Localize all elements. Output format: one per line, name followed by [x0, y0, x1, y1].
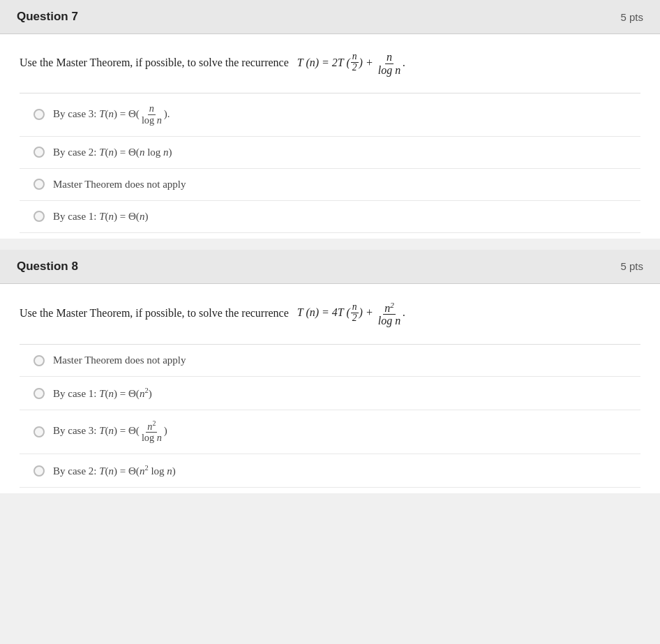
q7-math: T (n) = 2T (n2) + nlog n.	[297, 57, 405, 68]
q7-radio-2[interactable]	[33, 147, 45, 158]
q8-option-1-label: Master Theorem does not apply	[53, 354, 186, 366]
q7-option-4-label: By case 1: T(n) = Θ(n)	[53, 211, 148, 223]
q8-option-3-label: By case 3: T(n) = Θ(n2log n)	[53, 420, 167, 444]
q8-option-1[interactable]: Master Theorem does not apply	[20, 345, 640, 377]
question-7-block: Question 7 5 pts Use the Master Theorem,…	[0, 0, 660, 239]
question-7-options: By case 3: T(n) = Θ(nlog n). By case 2: …	[20, 93, 640, 232]
q7-radio-1[interactable]	[33, 109, 45, 120]
q7-option-3[interactable]: Master Theorem does not apply	[20, 169, 640, 201]
q7-option-2-label: By case 2: T(n) = Θ(n log n)	[53, 147, 172, 158]
question-8-header: Question 8 5 pts	[0, 250, 660, 284]
question-7-body: Use the Master Theorem, if possible, to …	[0, 34, 660, 239]
page: Question 7 5 pts Use the Master Theorem,…	[0, 0, 660, 493]
question-7-title: Question 7	[17, 10, 78, 24]
question-8-block: Question 8 5 pts Use the Master Theorem,…	[0, 250, 660, 494]
q8-problem-prefix: Use the Master Theorem, if possible, to …	[20, 306, 289, 318]
q7-radio-4[interactable]	[33, 211, 45, 222]
q8-option-4[interactable]: By case 2: T(n) = Θ(n2 log n)	[20, 454, 640, 488]
question-8-body: Use the Master Theorem, if possible, to …	[0, 284, 660, 494]
q8-radio-4[interactable]	[33, 465, 45, 477]
q8-option-3[interactable]: By case 3: T(n) = Θ(n2log n)	[20, 410, 640, 454]
q8-radio-1[interactable]	[33, 355, 45, 366]
q8-radio-2[interactable]	[33, 388, 45, 399]
question-7-pts: 5 pts	[620, 11, 643, 23]
q8-radio-3[interactable]	[33, 426, 45, 437]
question-7-header: Question 7 5 pts	[0, 0, 660, 34]
q7-option-1[interactable]: By case 3: T(n) = Θ(nlog n).	[20, 93, 640, 136]
q8-option-2-label: By case 1: T(n) = Θ(n2)	[53, 387, 152, 400]
q8-option-4-label: By case 2: T(n) = Θ(n2 log n)	[53, 464, 176, 477]
question-7-statement: Use the Master Theorem, if possible, to …	[20, 51, 640, 76]
q7-option-1-label: By case 3: T(n) = Θ(nlog n).	[53, 103, 170, 126]
q7-option-3-label: Master Theorem does not apply	[53, 179, 186, 190]
q7-problem-prefix: Use the Master Theorem, if possible, to …	[20, 57, 289, 68]
q7-radio-3[interactable]	[33, 179, 45, 190]
q8-math: T (n) = 4T (n2) + n2log n.	[297, 306, 405, 318]
question-8-title: Question 8	[17, 260, 78, 274]
q7-option-4[interactable]: By case 1: T(n) = Θ(n)	[20, 201, 640, 233]
question-8-pts: 5 pts	[620, 260, 643, 272]
question-8-statement: Use the Master Theorem, if possible, to …	[20, 301, 640, 328]
question-8-options: Master Theorem does not apply By case 1:…	[20, 344, 640, 488]
q8-option-2[interactable]: By case 1: T(n) = Θ(n2)	[20, 377, 640, 410]
q7-option-2[interactable]: By case 2: T(n) = Θ(n log n)	[20, 137, 640, 169]
